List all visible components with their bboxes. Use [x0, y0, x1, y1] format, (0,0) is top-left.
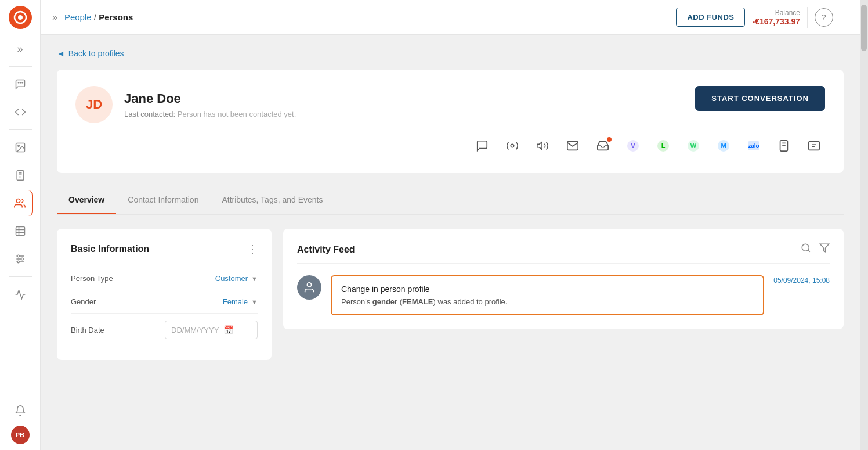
sidebar-item-gallery[interactable]	[8, 135, 33, 160]
profile-card: JD Jane Doe Last contacted: Person has n…	[57, 70, 844, 173]
sidebar-item-people[interactable]	[8, 190, 33, 216]
main-content: » People / Persons ADD FUNDS Balance -€1…	[41, 0, 860, 450]
basic-info-menu-icon[interactable]: ⋮	[247, 243, 258, 255]
gender-row: Gender Female ▼	[71, 290, 258, 314]
back-to-profiles-link[interactable]: ◄ Back to profiles	[57, 49, 844, 58]
svg-point-1	[18, 15, 23, 20]
app-logo[interactable]	[9, 6, 32, 29]
activity-bubble: Change in person profile Person's gender…	[331, 275, 764, 315]
balance-label: Balance	[752, 9, 800, 17]
svg-point-43	[307, 283, 311, 287]
person-type-chevron: ▼	[251, 275, 258, 282]
tabs-bar: Overview Contact Information Attributes,…	[57, 187, 844, 215]
svg-line-41	[808, 250, 809, 251]
page-area: ◄ Back to profiles JD Jane Doe Last cont…	[41, 35, 860, 450]
sidebar-item-settings[interactable]	[8, 246, 33, 272]
person-type-value[interactable]: Customer ▼	[215, 274, 258, 283]
svg-rect-12	[16, 227, 24, 236]
sidebar: » PB	[0, 0, 41, 450]
balance-display: Balance -€167,733.97	[752, 9, 800, 26]
svg-point-20	[21, 258, 23, 260]
activity-filter-button[interactable]	[819, 243, 830, 256]
inbox-channel-icon[interactable]	[592, 135, 614, 157]
viber-channel-icon[interactable]: V	[622, 135, 644, 157]
svg-point-11	[16, 199, 20, 203]
user-avatar[interactable]: PB	[11, 426, 30, 444]
two-col-layout: Basic Information ⋮ Person Type Customer…	[57, 229, 844, 360]
svg-rect-37	[809, 142, 819, 150]
tab-attributes-tags-events[interactable]: Attributes, Tags, and Events	[210, 187, 334, 214]
sms2-channel-icon[interactable]	[773, 135, 795, 157]
activity-feed-card: Activity Feed	[283, 229, 844, 329]
svg-text:W: W	[690, 142, 697, 149]
activity-text-bold2: FEMALE	[402, 297, 433, 306]
activity-timestamp: 05/09/2024, 15:08	[773, 276, 830, 285]
activity-avatar	[297, 275, 321, 300]
person-type-text: Customer	[215, 274, 248, 283]
activity-text-bold1: gender	[372, 297, 397, 306]
sidebar-item-analytics[interactable]	[8, 282, 33, 307]
breadcrumb-people[interactable]: People	[64, 12, 92, 22]
svg-point-6	[17, 145, 19, 147]
sidebar-item-table[interactable]	[8, 218, 33, 244]
gender-value[interactable]: Female ▼	[223, 297, 258, 306]
activity-bubble-container: Change in person profile Person's gender…	[331, 275, 764, 315]
tab-contact-information[interactable]: Contact Information	[116, 187, 210, 214]
scrollbar[interactable]	[860, 0, 868, 450]
chatbot-channel-icon[interactable]	[501, 135, 523, 157]
profile-avatar: JD	[75, 86, 113, 123]
activity-feed-title: Activity Feed	[297, 244, 355, 255]
svg-marker-42	[820, 244, 829, 252]
profile-top: JD Jane Doe Last contacted: Person has n…	[75, 86, 825, 123]
activity-event-title: Change in person profile	[341, 285, 754, 294]
start-conversation-button[interactable]: START CONVERSATION	[695, 86, 825, 111]
activity-text-after: ) was added to profile.	[433, 297, 508, 306]
tab-overview[interactable]: Overview	[57, 187, 116, 214]
sidebar-expand-icon[interactable]: »	[8, 36, 33, 62]
balance-value: -€167,733.97	[752, 17, 800, 26]
voice-channel-icon[interactable]	[531, 135, 554, 157]
gender-text: Female	[223, 297, 248, 306]
profile-name: Jane Doe	[124, 91, 296, 106]
add-funds-button[interactable]: ADD FUNDS	[676, 8, 745, 27]
sidebar-item-code[interactable]	[8, 99, 33, 125]
back-arrow-icon: ◄	[57, 49, 65, 58]
zalo-channel-icon[interactable]: zalo	[743, 135, 765, 157]
profile-left: JD Jane Doe Last contacted: Person has n…	[75, 86, 296, 123]
activity-event-text: Person's gender (FEMALE) was added to pr…	[341, 297, 754, 306]
last-contacted: Last contacted: Person has not been cont…	[124, 110, 296, 118]
activity-feed-column: Activity Feed	[283, 229, 844, 360]
birth-date-label: Birth Date	[71, 326, 104, 334]
basic-info-column: Basic Information ⋮ Person Type Customer…	[57, 229, 272, 360]
gender-chevron: ▼	[251, 298, 258, 305]
sidebar-item-chat[interactable]	[8, 71, 33, 97]
svg-text:M: M	[721, 142, 726, 149]
activity-search-button[interactable]	[801, 243, 811, 256]
whatsapp-channel-icon[interactable]: W	[682, 135, 704, 157]
birth-date-input[interactable]: DD/MM/YYYY 📅	[165, 321, 258, 339]
activity-text-before: Person's	[341, 297, 372, 306]
sidebar-item-forms[interactable]	[8, 163, 33, 188]
email-channel-icon[interactable]	[562, 135, 584, 157]
sidebar-item-notifications[interactable]	[8, 398, 33, 423]
back-link-label: Back to profiles	[68, 49, 124, 58]
svg-rect-7	[17, 171, 24, 181]
activity-item: Change in person profile Person's gender…	[297, 275, 830, 315]
help-button[interactable]: ?	[815, 8, 833, 27]
channel-icons-row: V L W M zalo	[75, 135, 825, 157]
svg-text:L: L	[661, 142, 666, 149]
sms-channel-icon[interactable]	[471, 135, 493, 157]
line-channel-icon[interactable]: L	[652, 135, 674, 157]
push-channel-icon[interactable]	[803, 135, 825, 157]
topbar: » People / Persons ADD FUNDS Balance -€1…	[41, 0, 860, 35]
expand-icon[interactable]: »	[52, 12, 57, 23]
last-contacted-label: Last contacted:	[124, 110, 175, 118]
svg-text:zalo: zalo	[748, 143, 759, 149]
topbar-divider	[807, 7, 808, 28]
messenger-channel-icon[interactable]: M	[713, 135, 735, 157]
breadcrumb-persons: Persons	[99, 12, 133, 22]
activity-feed-header: Activity Feed	[297, 243, 830, 264]
basic-info-title: Basic Information	[71, 244, 149, 254]
activity-actions	[801, 243, 830, 256]
svg-point-21	[17, 261, 19, 262]
